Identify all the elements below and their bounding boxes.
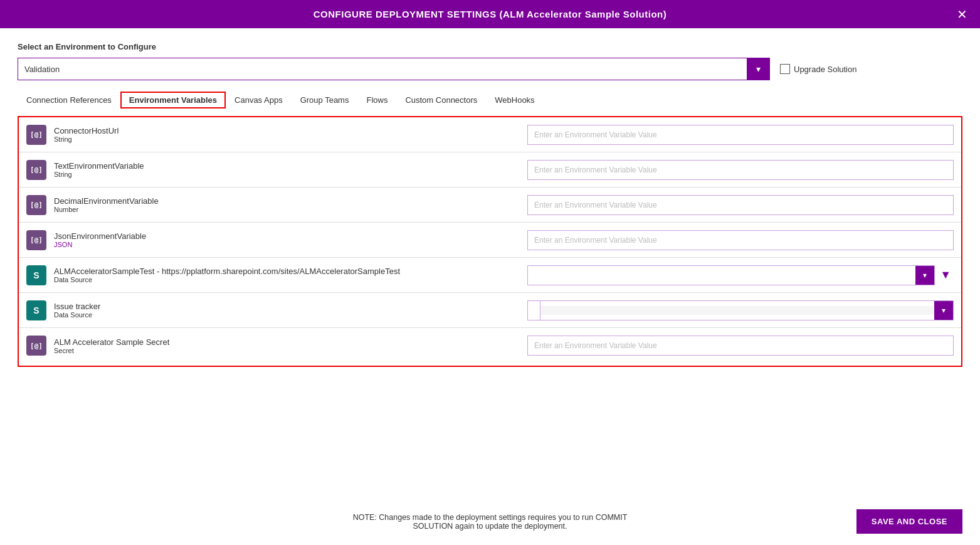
- row-info: ConnectorHostUrl String: [54, 126, 119, 143]
- row-right: [527, 195, 954, 215]
- table-row: [@] JsonEnvironmentVariable JSON: [19, 223, 961, 258]
- row-right: ▾: [527, 300, 954, 320]
- row-info: ALM Accelerator Sample Secret Secret: [54, 337, 169, 354]
- row-info: DecimalEnvironmentVariable Number: [54, 196, 159, 213]
- row-name: DecimalEnvironmentVariable: [54, 196, 159, 206]
- row-type: JSON: [54, 241, 146, 248]
- datasource-dropdown-input[interactable]: [528, 266, 915, 285]
- dialog-body: Select an Environment to Configure ▾ Upg…: [0, 28, 980, 498]
- row-right: [527, 230, 954, 250]
- footer: NOTE: Changes made to the deployment set…: [0, 498, 980, 545]
- env-select-wrapper: ▾: [18, 58, 770, 80]
- env-var-input[interactable]: [527, 230, 954, 250]
- env-var-input[interactable]: [527, 160, 954, 180]
- env-var-input[interactable]: [527, 125, 954, 145]
- tab-connection-references[interactable]: Connection References: [18, 92, 120, 108]
- row-right: ▾ ▼: [527, 265, 954, 285]
- tab-group-teams[interactable]: Group Teams: [292, 92, 358, 108]
- table-row: [@] ALM Accelerator Sample Secret Secret: [19, 328, 961, 363]
- close-button[interactable]: ✕: [957, 8, 967, 21]
- row-right: [527, 125, 954, 145]
- row-type: Number: [54, 206, 159, 213]
- env-var-input[interactable]: [527, 195, 954, 215]
- row-icon: [@]: [26, 160, 46, 180]
- row-left: [@] ALM Accelerator Sample Secret Secret: [26, 336, 527, 356]
- row-left: S Issue tracker Data Source: [26, 300, 527, 320]
- tab-canvas-apps[interactable]: Canvas Apps: [226, 92, 292, 108]
- table-row: [@] DecimalEnvironmentVariable Number: [19, 188, 961, 223]
- row-name: JsonEnvironmentVariable: [54, 231, 146, 241]
- configure-deployment-dialog: CONFIGURE DEPLOYMENT SETTINGS (ALM Accel…: [0, 0, 980, 545]
- upgrade-solution-label: Upgrade Solution: [794, 65, 856, 74]
- row-icon: S: [26, 265, 46, 285]
- row-right: [527, 336, 954, 356]
- datasource-dropdown-wrapper: ▾: [527, 265, 935, 285]
- row-info: JsonEnvironmentVariable JSON: [54, 231, 146, 248]
- row-info: ALMAcceleratorSampleTest - https://pplat…: [54, 267, 400, 283]
- save-close-button[interactable]: SAVE AND CLOSE: [856, 509, 962, 534]
- table-row: [@] TextEnvironmentVariable String: [19, 152, 961, 188]
- tab-webhooks[interactable]: WebHooks: [486, 92, 543, 108]
- dialog-title: CONFIGURE DEPLOYMENT SETTINGS (ALM Accel…: [313, 9, 667, 19]
- row-info: Issue tracker Data Source: [54, 302, 100, 319]
- row-info: TextEnvironmentVariable String: [54, 161, 144, 178]
- row-name: ALM Accelerator Sample Secret: [54, 337, 169, 347]
- env-var-input[interactable]: [527, 336, 954, 356]
- row-icon: [@]: [26, 125, 46, 145]
- row-left: [@] JsonEnvironmentVariable JSON: [26, 230, 527, 250]
- row-name: ALMAcceleratorSampleTest - https://pplat…: [54, 267, 400, 276]
- issue-dropdown-button[interactable]: ▾: [934, 301, 953, 320]
- row-icon: [@]: [26, 230, 46, 250]
- filter-button[interactable]: ▼: [937, 268, 954, 282]
- row-icon: [@]: [26, 195, 46, 215]
- issue-dropdown-input[interactable]: [540, 306, 934, 315]
- row-right: [527, 160, 954, 180]
- upgrade-solution-checkbox[interactable]: [780, 64, 790, 74]
- table-row: [@] ConnectorHostUrl String: [19, 117, 961, 152]
- env-select-input[interactable]: [18, 65, 747, 74]
- footer-note: NOTE: Changes made to the deployment set…: [332, 513, 647, 531]
- row-type: String: [54, 135, 119, 143]
- tabs-row: Connection References Environment Variab…: [18, 92, 962, 108]
- row-left: [@] DecimalEnvironmentVariable Number: [26, 195, 527, 215]
- row-name: Issue tracker: [54, 302, 100, 311]
- table-row: S ALMAcceleratorSampleTest - https://ppl…: [19, 258, 961, 293]
- title-bar: CONFIGURE DEPLOYMENT SETTINGS (ALM Accel…: [0, 0, 980, 28]
- env-select-label: Select an Environment to Configure: [18, 42, 962, 51]
- tab-custom-connectors[interactable]: Custom Connectors: [396, 92, 486, 108]
- upgrade-solution-container: Upgrade Solution: [780, 64, 856, 74]
- tab-flows[interactable]: Flows: [357, 92, 396, 108]
- env-variables-table: [@] ConnectorHostUrl String [@] TextEnvi…: [18, 116, 962, 367]
- row-name: TextEnvironmentVariable: [54, 161, 144, 171]
- row-name: ConnectorHostUrl: [54, 126, 119, 135]
- row-type: String: [54, 171, 144, 178]
- row-icon: [@]: [26, 336, 46, 356]
- row-left: S ALMAcceleratorSampleTest - https://ppl…: [26, 265, 527, 285]
- row-left: [@] ConnectorHostUrl String: [26, 125, 527, 145]
- row-type: Secret: [54, 347, 169, 354]
- env-select-dropdown-button[interactable]: ▾: [747, 58, 769, 80]
- env-select-row: ▾ Upgrade Solution: [18, 58, 962, 80]
- row-icon: S: [26, 300, 46, 320]
- row-left: [@] TextEnvironmentVariable String: [26, 160, 527, 180]
- row-type: Data Source: [54, 276, 400, 283]
- issue-left-indicator: [528, 301, 540, 320]
- datasource-dropdown-button[interactable]: ▾: [915, 266, 934, 285]
- tab-environment-variables[interactable]: Environment Variables: [120, 92, 226, 108]
- row-type: Data Source: [54, 311, 100, 319]
- table-row: S Issue tracker Data Source ▾: [19, 293, 961, 328]
- issue-dropdown-wrapper: ▾: [527, 300, 954, 320]
